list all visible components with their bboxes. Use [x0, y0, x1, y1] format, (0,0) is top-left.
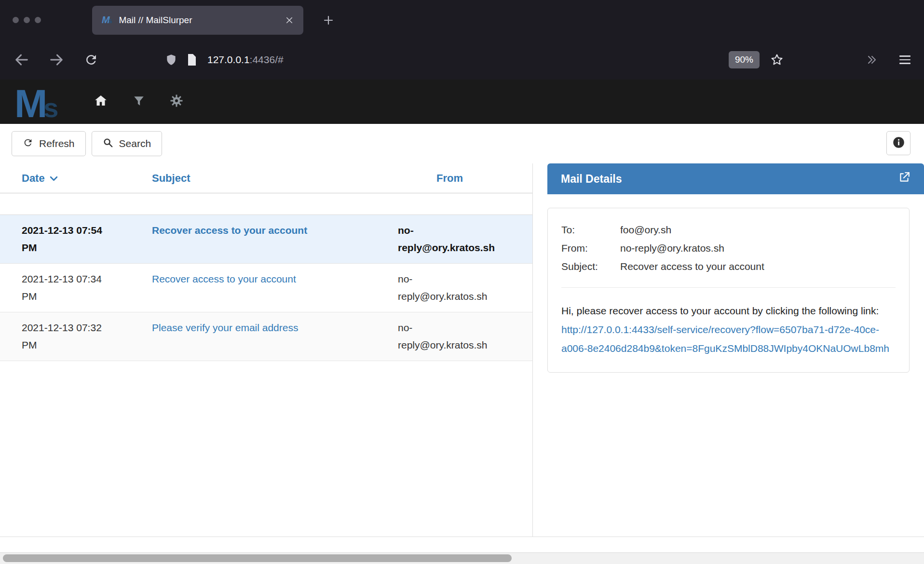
- refresh-button-label: Refresh: [39, 138, 75, 149]
- tab-close-icon[interactable]: [285, 16, 294, 25]
- external-link-icon[interactable]: [898, 171, 910, 187]
- mail-date: 2021-12-13 07:32 PM: [22, 319, 152, 354]
- mail-details-header: Mail Details: [547, 163, 924, 194]
- new-tab-button[interactable]: [323, 14, 334, 26]
- overflow-chevrons-icon[interactable]: [865, 54, 878, 66]
- forward-button-icon[interactable]: [48, 52, 65, 68]
- url-path: :4436/#: [250, 54, 284, 65]
- mail-from: no-reply@ory.kratos.sh: [398, 319, 502, 354]
- bookmark-star-icon[interactable]: [770, 53, 784, 67]
- browser-tab[interactable]: Ms Mail // MailSlurper: [92, 6, 303, 35]
- mail-row[interactable]: 2021-12-13 07:34 PM Recover access to yo…: [0, 264, 532, 312]
- refresh-button[interactable]: Refresh: [12, 131, 86, 156]
- mail-subject-link[interactable]: Recover access to your account: [152, 225, 307, 236]
- mail-row-selected[interactable]: 2021-12-13 07:54 PM Recover access to yo…: [0, 215, 532, 264]
- mail-subject-link[interactable]: Please verify your email address: [152, 322, 298, 333]
- to-value: foo@ory.sh: [620, 221, 671, 239]
- logo-letter-m: M: [14, 80, 45, 124]
- recovery-link[interactable]: http://127.0.0.1:4433/self-service/recov…: [561, 324, 889, 354]
- home-icon[interactable]: [93, 94, 109, 110]
- sort-chevron-down-icon: [50, 172, 58, 185]
- reload-button-icon[interactable]: [84, 53, 98, 67]
- mail-details-card: To: foo@ory.sh From: no-reply@ory.kratos…: [547, 208, 910, 373]
- window-dot-icon[interactable]: [24, 17, 30, 23]
- window-dot-icon[interactable]: [13, 17, 19, 23]
- app-header: Ms: [0, 80, 924, 124]
- column-header-date[interactable]: Date: [22, 172, 152, 185]
- mail-row[interactable]: 2021-12-13 07:32 PM Please verify your e…: [0, 312, 532, 361]
- bottom-strip: [0, 537, 924, 564]
- details-divider: [561, 287, 896, 288]
- zoom-level-badge[interactable]: 90%: [729, 51, 760, 68]
- horizontal-scrollbar-track: [0, 552, 924, 564]
- mail-from: no-reply@ory.kratos.sh: [398, 270, 502, 305]
- mail-list-pane: Date Subject From 2021-12-13 07:54 PM Re…: [0, 163, 533, 537]
- mail-list-header: Date Subject From: [0, 163, 532, 193]
- mailslurper-favicon-icon: Ms: [102, 14, 112, 26]
- search-icon: [103, 137, 113, 150]
- subject-value: Recover access to your account: [620, 257, 764, 276]
- page-info-icon[interactable]: [186, 53, 198, 67]
- subject-label: Subject:: [561, 257, 620, 276]
- shield-icon[interactable]: [165, 53, 177, 67]
- window-dot-icon[interactable]: [35, 17, 41, 23]
- address-bar[interactable]: 127.0.0.1:4436/#: [207, 54, 284, 66]
- window-controls[interactable]: [13, 17, 41, 23]
- horizontal-scrollbar-thumb[interactable]: [3, 554, 512, 562]
- gear-icon[interactable]: [169, 94, 184, 110]
- detail-subject-row: Subject: Recover access to your account: [561, 257, 896, 276]
- url-host: 127.0.0.1: [207, 54, 250, 65]
- back-button-icon[interactable]: [14, 52, 30, 68]
- mail-subject-link[interactable]: Recover access to your account: [152, 273, 296, 284]
- mail-details-pane: Mail Details To: foo@ory.sh From: no-rep…: [547, 163, 924, 537]
- mail-body: Hi, please recover access to your accoun…: [561, 301, 896, 358]
- mailslurper-logo: Ms: [14, 80, 58, 124]
- tab-title: Mail // MailSlurper: [119, 15, 192, 26]
- info-button[interactable]: [886, 131, 910, 155]
- mail-rows: 2021-12-13 07:54 PM Recover access to yo…: [0, 215, 532, 361]
- search-button[interactable]: Search: [92, 131, 163, 156]
- from-label: From:: [561, 239, 620, 257]
- info-icon: [892, 136, 905, 150]
- menu-hamburger-icon[interactable]: [899, 55, 910, 64]
- mail-details-title: Mail Details: [561, 173, 622, 186]
- filter-icon[interactable]: [133, 94, 145, 109]
- detail-from-row: From: no-reply@ory.kratos.sh: [561, 239, 896, 257]
- detail-to-row: To: foo@ory.sh: [561, 221, 896, 239]
- logo-letter-s: s: [43, 92, 58, 123]
- from-value: no-reply@ory.kratos.sh: [620, 239, 724, 257]
- mail-date: 2021-12-13 07:54 PM: [22, 222, 152, 256]
- column-header-from[interactable]: From: [398, 172, 502, 185]
- refresh-icon: [23, 137, 33, 150]
- app-toolbar: Refresh Search: [0, 124, 924, 163]
- column-date-label: Date: [22, 172, 45, 185]
- main-content: Date Subject From 2021-12-13 07:54 PM Re…: [0, 163, 924, 537]
- mail-from: no-reply@ory.kratos.sh: [398, 222, 502, 256]
- mail-date: 2021-12-13 07:34 PM: [22, 270, 152, 305]
- column-header-subject[interactable]: Subject: [152, 172, 398, 185]
- browser-titlebar: Ms Mail // MailSlurper: [0, 0, 924, 40]
- search-button-label: Search: [119, 138, 151, 149]
- mail-body-text: Hi, please recover access to your accoun…: [561, 305, 879, 316]
- to-label: To:: [561, 221, 620, 239]
- browser-navbar: 127.0.0.1:4436/# 90%: [0, 40, 924, 80]
